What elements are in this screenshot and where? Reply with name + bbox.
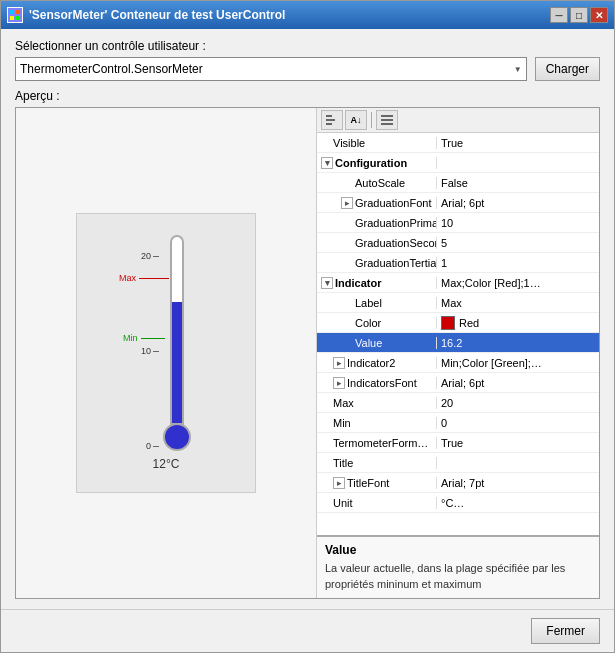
prop-value-graduationtertiair: 1 <box>437 257 599 269</box>
fermer-button[interactable]: Fermer <box>531 618 600 644</box>
property-row-graduationfont[interactable]: ▸GraduationFontArial; 6pt <box>317 193 599 213</box>
expand-icon-indicator2[interactable]: ▸ <box>333 357 345 369</box>
svg-rect-1 <box>16 10 20 14</box>
prop-value-thermometerform: True <box>437 437 599 449</box>
close-button[interactable]: ✕ <box>590 7 608 23</box>
prop-name-graduationprimair: GraduationPrimair <box>317 217 437 229</box>
window-controls: ─ □ ✕ <box>550 7 608 23</box>
prop-value-text-indicator_label: Max <box>441 297 462 309</box>
property-row-thermometerform[interactable]: TermometerForm…True <box>317 433 599 453</box>
combo-arrow-icon: ▼ <box>514 65 522 74</box>
svg-rect-0 <box>10 10 14 14</box>
svg-rect-9 <box>381 123 393 125</box>
selector-form: Sélectionner un contrôle utilisateur : T… <box>15 39 600 81</box>
prop-name-text-indicator_color: Color <box>355 317 381 329</box>
property-row-visible[interactable]: VisibleTrue <box>317 133 599 153</box>
prop-name-unit: Unit <box>317 497 437 509</box>
value-section-desc: La valeur actuelle, dans la plage spécif… <box>325 561 591 592</box>
prop-value-text-titlefont: Arial; 7pt <box>441 477 484 489</box>
prop-name-text-indicator_label: Label <box>355 297 382 309</box>
prop-name-graduationtertiair: GraduationTertiair <box>317 257 437 269</box>
property-row-titlefont[interactable]: ▸TitleFontArial; 7pt <box>317 473 599 493</box>
prop-name-text-indicatorsfont: IndicatorsFont <box>347 377 417 389</box>
prop-value-text-unit: °C… <box>441 497 464 509</box>
prop-value-text-max: 20 <box>441 397 453 409</box>
temperature-display: 12°C <box>153 457 180 471</box>
app-icon <box>7 7 23 23</box>
tick-line <box>153 446 159 447</box>
footer: Fermer <box>1 609 614 652</box>
thermo-bulb <box>163 423 191 451</box>
svg-rect-3 <box>16 16 20 20</box>
prop-name-text-graduationfont: GraduationFont <box>355 197 431 209</box>
prop-value-graduationfont: Arial; 6pt <box>437 197 599 209</box>
properties-button[interactable] <box>376 110 398 130</box>
prop-name-visible: Visible <box>317 137 437 149</box>
prop-value-text-indicatorsfont: Arial; 6pt <box>441 377 484 389</box>
prop-value-titlefont: Arial; 7pt <box>437 477 599 489</box>
sort-category-button[interactable] <box>321 110 343 130</box>
apercu-content: 20 10 0 <box>15 107 600 599</box>
thermometer-body: Max Min <box>163 235 191 451</box>
prop-name-text-unit: Unit <box>333 497 353 509</box>
svg-rect-2 <box>10 16 14 20</box>
prop-value-text-visible: True <box>441 137 463 149</box>
property-row-autoscale[interactable]: AutoScaleFalse <box>317 173 599 193</box>
title-bar: 'SensorMeter' Conteneur de test UserCont… <box>1 1 614 29</box>
svg-rect-7 <box>381 115 393 117</box>
sort-alpha-button[interactable]: A↓ <box>345 110 367 130</box>
prop-name-indicator_color: Color <box>317 317 437 329</box>
prop-value-graduationsecond: 5 <box>437 237 599 249</box>
thermo-mercury <box>172 302 182 423</box>
thermo-inner: 20 10 0 <box>141 235 191 451</box>
charger-button[interactable]: Charger <box>535 57 600 81</box>
prop-name-configuration: ▾Configuration <box>317 157 437 169</box>
main-window: 'SensorMeter' Conteneur de test UserCont… <box>0 0 615 653</box>
property-row-indicatorsfont[interactable]: ▸IndicatorsFontArial; 6pt <box>317 373 599 393</box>
prop-name-title: Title <box>317 457 437 469</box>
property-table: VisibleTrue▾ConfigurationAutoScaleFalse▸… <box>317 133 599 535</box>
property-row-configuration[interactable]: ▾Configuration <box>317 153 599 173</box>
control-selector[interactable]: ThermometerControl.SensorMeter ▼ <box>15 57 527 81</box>
apercu-section: Aperçu : 20 10 <box>15 89 600 599</box>
prop-name-graduationsecond: GraduationSecon… <box>317 237 437 249</box>
property-row-graduationprimair[interactable]: GraduationPrimair10 <box>317 213 599 233</box>
property-row-indicator_label[interactable]: LabelMax <box>317 293 599 313</box>
expand-icon-indicator[interactable]: ▾ <box>321 277 333 289</box>
prop-value-indicatorsfont: Arial; 6pt <box>437 377 599 389</box>
prop-name-text-visible: Visible <box>333 137 365 149</box>
property-row-indicator_color[interactable]: ColorRed <box>317 313 599 333</box>
prop-name-text-titlefont: TitleFont <box>347 477 389 489</box>
property-row-indicator2[interactable]: ▸Indicator2Min;Color [Green];… <box>317 353 599 373</box>
property-row-graduationtertiair[interactable]: GraduationTertiair1 <box>317 253 599 273</box>
select-row: ThermometerControl.SensorMeter ▼ Charger <box>15 57 600 81</box>
property-panel: A↓ VisibleTrue▾ConfigurationAutoSc <box>316 108 599 598</box>
svg-rect-5 <box>326 119 335 121</box>
property-row-min[interactable]: Min0 <box>317 413 599 433</box>
property-row-graduationsecond[interactable]: GraduationSecon…5 <box>317 233 599 253</box>
scale-tick-20: 20 <box>141 251 159 261</box>
property-row-unit[interactable]: Unit°C… <box>317 493 599 513</box>
property-row-indicator_value[interactable]: Value16.2 <box>317 333 599 353</box>
prop-value-text-graduationtertiair: 1 <box>441 257 447 269</box>
color-swatch-indicator_color <box>441 316 455 330</box>
expand-icon-graduationfont[interactable]: ▸ <box>341 197 353 209</box>
expand-icon-configuration[interactable]: ▾ <box>321 157 333 169</box>
expand-icon-indicatorsfont[interactable]: ▸ <box>333 377 345 389</box>
prop-name-titlefont: ▸TitleFont <box>317 477 437 489</box>
prop-name-text-indicator2: Indicator2 <box>347 357 395 369</box>
property-row-indicator[interactable]: ▾IndicatorMax;Color [Red];1… <box>317 273 599 293</box>
thermo-container: 20 10 0 <box>76 213 256 493</box>
prop-value-min: 0 <box>437 417 599 429</box>
prop-name-text-min: Min <box>333 417 351 429</box>
restore-button[interactable]: □ <box>570 7 588 23</box>
value-section-title: Value <box>325 543 591 557</box>
property-row-title[interactable]: Title <box>317 453 599 473</box>
minimize-button[interactable]: ─ <box>550 7 568 23</box>
tick-line <box>153 351 159 352</box>
thermometer-panel: 20 10 0 <box>16 108 316 598</box>
svg-rect-4 <box>326 115 332 117</box>
prop-value-text-graduationsecond: 5 <box>441 237 447 249</box>
expand-icon-titlefont[interactable]: ▸ <box>333 477 345 489</box>
property-row-max[interactable]: Max20 <box>317 393 599 413</box>
